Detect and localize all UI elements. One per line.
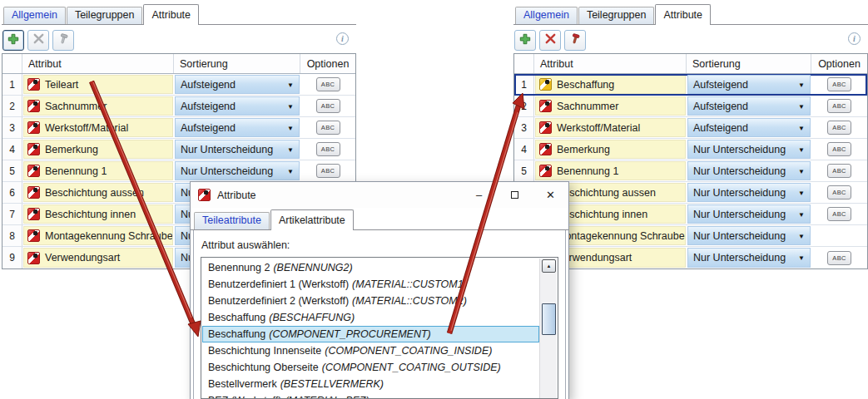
attribut-label: Werkstoff/Material [45,122,128,134]
sortierung-value: Aufsteigend [693,101,748,112]
table-row[interactable]: 3Werkstoff/MaterialAufsteigend▼ABC [2,117,355,139]
sortierung-dropdown[interactable]: Nur Unterscheidung▼ [687,161,811,180]
sortierung-dropdown[interactable]: Aufsteigend▼ [687,118,811,137]
table-row[interactable]: 4BemerkungNur Unterscheidung▼ABC [2,139,355,160]
header-sortierung: Sortierung [687,54,811,73]
tab-teilegruppen[interactable]: Teilegruppen [578,7,655,24]
list-item[interactable]: Benutzerdefiniert 2 (Werkstoff)(MATERIAL… [202,293,539,309]
tab-teilegruppen[interactable]: Teilegruppen [67,7,143,24]
info-icon[interactable]: i [848,32,861,45]
sortierung-dropdown[interactable]: Aufsteigend▼ [175,118,300,137]
add-attribute-button[interactable] [2,30,24,51]
sortierung-dropdown[interactable]: Nur Unterscheidung▼ [687,204,811,224]
scrollbar-thumb[interactable] [542,303,556,335]
chevron-down-icon: ▼ [798,145,805,153]
abc-options-button[interactable]: ABC [316,164,340,178]
attribute-code: (BESTELLVERMERK) [280,378,384,390]
attribut-label: Verwendungsart [45,252,120,264]
attribut-label: Beschichtung aussen [557,187,656,199]
dialog-tab-page: Attribut auswählen: Benennung 2(BENENNUN… [193,230,566,399]
sortierung-value: Aufsteigend [181,101,236,112]
optionen-cell: ABC [300,74,355,95]
tab-teileattribute[interactable]: Teileattribute [194,212,270,229]
table-row[interactable]: 5Benennung 1Nur Unterscheidung▼ABC [2,160,355,182]
sortierung-dropdown[interactable]: Aufsteigend▼ [687,96,811,116]
sortierung-dropdown[interactable]: Nur Unterscheidung▼ [687,183,811,202]
optionen-cell: ABC [811,117,867,138]
abc-options-button[interactable]: ABC [316,142,340,156]
abc-options-button[interactable]: ABC [316,77,340,91]
attribute-name: Beschichtung Oberseite [208,362,319,373]
window-buttons: – ✕ [461,182,568,208]
list-item[interactable]: Benutzerdefiniert 1 (Werkstoff)(MATERIAL… [202,276,539,293]
scroll-up-button[interactable]: ▲ [542,259,556,273]
list-item[interactable]: Bestellvermerk(BESTELLVERMERK) [202,376,539,392]
abc-options-button[interactable]: ABC [827,77,851,91]
minimize-button[interactable]: – [461,182,497,208]
table-row[interactable]: 3Werkstoff/MaterialAufsteigend▼ABC [514,117,867,139]
edit-attribute-button[interactable] [564,30,586,51]
sortierung-dropdown[interactable]: Nur Unterscheidung▼ [175,140,300,159]
abc-options-button[interactable]: ABC [827,207,851,221]
list-item[interactable]: Beschaffung(BESCHAFFUNG) [202,309,539,326]
maximize-icon [511,191,518,199]
table-row[interactable]: 5Benennung 1Nur Unterscheidung▼ABC [514,160,867,182]
delete-attribute-button[interactable] [27,30,49,51]
close-button[interactable]: ✕ [533,182,568,208]
chevron-down-icon: ▼ [798,167,805,175]
list-item[interactable]: Benennung 2(BENENNUNG2) [202,259,539,276]
delete-attribute-button[interactable] [539,30,561,51]
maximize-button[interactable] [497,182,533,208]
delete-x-icon [32,32,45,47]
abc-options-button[interactable]: ABC [316,99,340,113]
chevron-down-icon: ▼ [798,189,805,196]
abc-options-button[interactable]: ABC [827,121,851,135]
table-row[interactable]: 2SachnummerAufsteigend▼ABC [514,96,867,117]
table-row[interactable]: 2SachnummerAufsteigend▼ABC [2,96,355,117]
sortierung-cell: Nur Unterscheidung▼ [687,160,811,181]
dialog-titlebar[interactable]: Attribute – ✕ [191,182,568,208]
list-item[interactable]: BEZ (Werkstoff)(MATERIAL::BEZ) [202,392,539,399]
abc-options-button[interactable]: ABC [316,121,340,135]
info-icon[interactable]: i [336,32,349,45]
abc-options-button[interactable]: ABC [827,99,851,113]
table-row[interactable]: 4BemerkungNur Unterscheidung▼ABC [514,139,867,160]
sortierung-cell: Aufsteigend▼ [687,74,811,95]
tab-allgemein[interactable]: Allgemein [515,7,578,24]
add-attribute-button[interactable] [514,30,536,51]
tab-attribute[interactable]: Attribute [143,4,199,25]
attribut-cell: Beschaffung [535,75,686,94]
sortierung-cell: Aufsteigend▼ [174,96,300,116]
row-number: 6 [2,182,22,203]
sortierung-value: Aufsteigend [693,79,748,91]
row-number: 2 [2,96,22,116]
optionen-cell: ABC [811,204,867,224]
list-item[interactable]: Beschichtung Oberseite(COMPONENT_COATING… [202,359,539,376]
abc-options-button[interactable]: ABC [827,251,851,265]
sortierung-dropdown[interactable]: Aufsteigend▼ [687,75,811,94]
optionen-cell: ABC [300,160,355,181]
sortierung-dropdown[interactable]: Nur Unterscheidung▼ [175,161,300,180]
tab-attribute[interactable]: Attribute [655,4,711,25]
abc-options-button[interactable]: ABC [827,185,851,200]
attribute-name: Benutzerdefiniert 2 (Werkstoff) [208,295,349,307]
abc-options-button[interactable]: ABC [827,142,851,156]
tab-allgemein[interactable]: Allgemein [3,7,66,24]
vertical-scrollbar[interactable]: ▲ [539,259,557,398]
sortierung-dropdown[interactable]: Nur Unterscheidung▼ [687,248,811,268]
sortierung-dropdown[interactable]: Nur Unterscheidung▼ [687,140,811,159]
hammer-icon [57,32,70,47]
header-attribut: Attribut [534,54,687,73]
sortierung-dropdown[interactable]: Nur Unterscheidung▼ [687,226,811,245]
tab-artikelattribute[interactable]: Artikelattribute [270,209,354,230]
edit-attribute-button[interactable] [52,30,74,51]
sortierung-dropdown[interactable]: Aufsteigend▼ [175,75,300,94]
part-attribute-icon [27,165,40,177]
list-item[interactable]: Beschaffung(COMPONENT_PROCUREMENT) [202,326,539,342]
sortierung-value: Aufsteigend [181,122,236,134]
list-item[interactable]: Beschichtung Innenseite(COMPONENT_COATIN… [202,342,539,359]
sortierung-dropdown[interactable]: Aufsteigend▼ [175,96,300,116]
abc-options-button[interactable]: ABC [827,164,851,178]
table-row[interactable]: 1TeileartAufsteigend▼ABC [2,74,355,96]
table-row[interactable]: 1BeschaffungAufsteigend▼ABC [514,74,867,96]
